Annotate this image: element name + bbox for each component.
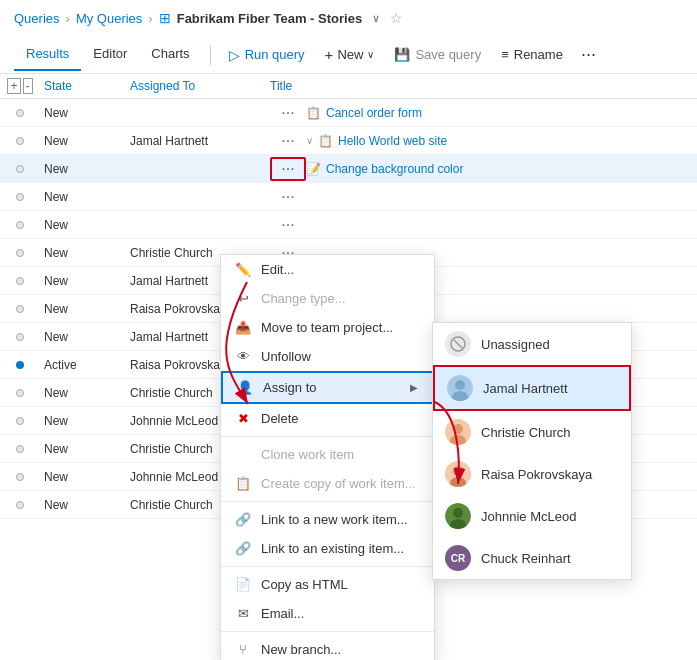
menu-assign-to[interactable]: 👤 Assign to ▶ [221,371,434,404]
row-actions-button[interactable]: ··· [270,104,306,122]
row-state: New [40,330,130,344]
menu-link-new[interactable]: 🔗 Link to a new work item... [221,505,434,534]
menu-separator-4 [221,631,434,632]
avatar [445,461,471,487]
table-row[interactable]: New ··· [0,211,697,239]
menu-edit[interactable]: ✏️ Edit... [221,255,434,284]
assign-chuck[interactable]: CR Chuck Reinhart [433,537,631,579]
new-button[interactable]: + New ∨ [315,41,385,68]
save-query-button[interactable]: 💾 Save query [384,42,491,67]
menu-clone-work-item: Clone work item [221,440,434,469]
table-row[interactable]: New ··· 📋 Cancel order form [0,99,697,127]
row-actions-button[interactable]: ··· [270,188,306,206]
assign-jamal[interactable]: Jamal Hartnett [433,365,631,411]
table-area: + - State Assigned To Title New ··· 📋 Ca… [0,74,697,519]
row-state: New [40,498,130,512]
avatar [445,331,471,357]
state-dot [16,137,24,145]
menu-separator-3 [221,566,434,567]
row-actions-button[interactable]: ··· [270,132,306,150]
menu-copy-html[interactable]: 📄 Copy as HTML [221,570,434,599]
row-state: New [40,302,130,316]
menu-create-copy: 📋 Create copy of work item... [221,469,434,498]
state-dot [16,249,24,257]
column-headers: + - State Assigned To Title [0,74,697,99]
tab-results[interactable]: Results [14,38,81,71]
row-title: ∨ 📋 Hello World web site [306,134,697,148]
menu-create-copy-label: Create copy of work item... [261,476,416,491]
menu-edit-label: Edit... [261,262,294,277]
assign-johnnie[interactable]: Johnnie McLeod [433,495,631,537]
row-state: New [40,106,130,120]
row-actions-button[interactable]: ··· [270,216,306,234]
menu-delete[interactable]: ✖ Delete [221,404,434,433]
state-dot [16,277,24,285]
state-dot [16,221,24,229]
collapse-icon[interactable]: - [23,78,33,94]
more-options-button[interactable]: ··· [573,40,604,69]
favorite-star-icon[interactable]: ☆ [390,10,403,26]
tab-editor[interactable]: Editor [81,38,139,71]
avatar [447,375,473,401]
assign-icon: 👤 [237,380,253,395]
assign-raisa[interactable]: Raisa Pokrovskaya [433,453,631,495]
state-dot [16,389,24,397]
assigned-column-header[interactable]: Assigned To [130,79,270,93]
svg-point-12 [453,508,463,518]
rename-button[interactable]: ≡ Rename [491,42,573,67]
row-state: New [40,414,130,428]
table-row[interactable]: New ··· 📝 Change background color [0,155,697,183]
menu-unfollow[interactable]: 👁 Unfollow [221,342,434,371]
menu-email[interactable]: ✉ Email... [221,599,434,628]
edit-icon: ✏️ [235,262,251,277]
row-title: 📋 Cancel order form [306,106,697,120]
menu-move-label: Move to team project... [261,320,393,335]
branch-icon: ⑂ [235,642,251,657]
copy-html-icon: 📄 [235,577,251,592]
work-item-icon: 📋 [318,134,333,148]
unfollow-icon: 👁 [235,349,251,364]
menu-delete-label: Delete [261,411,299,426]
tab-charts[interactable]: Charts [139,38,201,71]
state-dot [16,193,24,201]
row-actions-button[interactable]: ··· [270,157,306,181]
queries-link[interactable]: Queries [14,11,60,26]
menu-move-project[interactable]: 📤 Move to team project... [221,313,434,342]
rename-icon: ≡ [501,47,509,62]
row-title: 📝 Change background color [306,162,697,176]
row-expand [0,165,40,173]
table-row[interactable]: New Jamal Hartnett ··· ∨ 📋 Hello World w… [0,127,697,155]
assign-to-submenu: Unassigned Jamal Hartnett Christie Chu [432,322,632,580]
my-queries-link[interactable]: My Queries [76,11,142,26]
assign-christie[interactable]: Christie Church [433,411,631,453]
title-column-header[interactable]: Title [270,79,697,93]
work-item-icon: 📋 [306,106,321,120]
menu-assign-label: Assign to [263,380,316,395]
state-dot [16,165,24,173]
run-query-button[interactable]: ▷ Run query [219,42,315,68]
row-state: New [40,218,130,232]
plus-icon: + [325,46,334,63]
save-icon: 💾 [394,47,410,62]
link-new-icon: 🔗 [235,512,251,527]
toolbar: Results Editor Charts ▷ Run query + New … [0,36,697,74]
change-type-icon: ↩ [235,291,251,306]
current-page-title: Fabrikam Fiber Team - Stories [177,11,362,26]
row-state: New [40,386,130,400]
avatar [445,419,471,445]
menu-link-existing[interactable]: 🔗 Link to an existing item... [221,534,434,563]
dropdown-icon[interactable]: ∨ [372,12,380,25]
menu-link-existing-label: Link to an existing item... [261,541,404,556]
state-column-header[interactable]: State [40,79,130,93]
run-icon: ▷ [229,47,240,63]
menu-new-branch[interactable]: ⑂ New branch... [221,635,434,660]
assign-unassigned[interactable]: Unassigned [433,323,631,365]
copy-icon: 📋 [235,476,251,491]
context-menu: ✏️ Edit... ↩ Change type... 📤 Move to te… [220,254,435,660]
svg-point-9 [453,466,463,476]
expand-icon[interactable]: + [7,78,20,94]
delete-icon: ✖ [235,411,251,426]
table-row[interactable]: New ··· [0,183,697,211]
menu-unfollow-label: Unfollow [261,349,311,364]
assign-raisa-label: Raisa Pokrovskaya [481,467,592,482]
